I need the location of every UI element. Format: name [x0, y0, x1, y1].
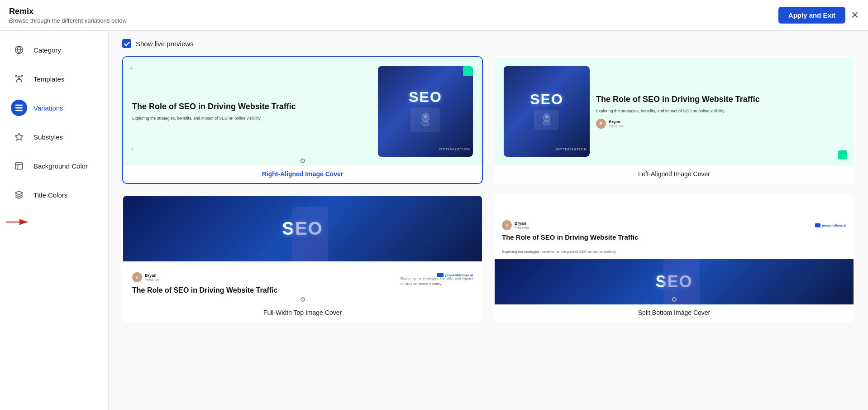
sidebar-item-substyles-label: Substyles: [33, 133, 63, 141]
svg-rect-16: [544, 121, 550, 125]
seo-image-bg: SEO: [378, 66, 473, 157]
sidebar-item-templates[interactable]: Templates: [0, 64, 108, 93]
show-live-previews-checkbox[interactable]: [122, 39, 131, 48]
sidebar-item-variations[interactable]: Variations: [0, 93, 108, 122]
svg-point-3: [15, 75, 17, 77]
close-button[interactable]: ✕: [851, 10, 859, 20]
svg-rect-9: [16, 163, 23, 169]
preview4-title: The Role of SEO in Driving Website Traff…: [502, 233, 846, 242]
logo-icon-4: [815, 223, 820, 227]
preview4-top: B Bryan Presenter presentations.ai: [495, 196, 854, 249]
sidebar-item-templates-label: Templates: [33, 75, 64, 83]
sidebar-item-title-colors[interactable]: Title Colors: [0, 180, 108, 209]
preview2-subtitle: Exploring the strategies, benefits, and …: [596, 108, 844, 115]
header-left: Remix Browse through the different varia…: [9, 7, 127, 24]
arrow-indicator: [0, 209, 108, 235]
sidebar: Category Templates Variations Substyles: [0, 31, 109, 410]
preview1-title: The Role of SEO in Driving Website Traff…: [132, 101, 373, 112]
svg-point-17: [545, 115, 548, 118]
card-label-right-aligned: Right-Aligned Image Cover: [123, 166, 482, 183]
preview4-text-area: B Bryan Presenter presentations.ai: [495, 196, 854, 249]
preview3-subtitle: Exploring the strategies, benefits, and …: [401, 276, 473, 287]
card-preview-split-bottom: B Bryan Presenter presentations.ai: [495, 196, 854, 304]
templates-icon: [11, 71, 27, 87]
title-colors-icon: [11, 187, 27, 203]
app-subtitle: Browse through the different variations …: [9, 17, 127, 24]
preview3-title: The Role of SEO in Driving Website Traff…: [132, 286, 473, 295]
preview2-title: The Role of SEO in Driving Website Traff…: [596, 94, 844, 105]
sidebar-item-background-color[interactable]: Background Color: [0, 151, 108, 180]
seo-image-bg-2: SEO: [504, 66, 590, 157]
substyles-icon: [11, 129, 27, 145]
preview3-image: SEO: [123, 196, 482, 261]
dot-indicator: [300, 159, 305, 163]
svg-point-14: [424, 115, 427, 118]
sidebar-item-background-color-label: Background Color: [33, 162, 88, 170]
presenter-avatar-2: B: [596, 119, 606, 129]
card-label-full-top: Full-Width Top Image Cover: [123, 304, 482, 322]
background-color-icon: [11, 158, 27, 174]
sidebar-item-title-colors-label: Title Colors: [33, 191, 67, 199]
sidebar-item-category[interactable]: Category: [0, 35, 108, 64]
presenter-info-2: Bryan Presenter: [609, 120, 624, 128]
card-left-aligned[interactable]: SEO OPTIMIZATION: [494, 56, 854, 184]
preview4-subtitle: Exploring the strategies, benefits, and …: [495, 249, 854, 259]
sidebar-item-category-label: Category: [33, 46, 61, 54]
card-label-left-aligned: Left-Aligned Image Cover: [495, 166, 854, 183]
logo-badge-4: presentations.ai: [815, 223, 846, 227]
app-title: Remix: [9, 7, 127, 16]
live-preview-label: Show live previews: [136, 40, 194, 48]
sidebar-item-substyles[interactable]: Substyles: [0, 122, 108, 151]
preview1-subtitle: Exploring the strategies, benefits, and …: [132, 116, 373, 122]
presenter-name-4: Bryan: [515, 221, 529, 226]
green-accent-square: [463, 66, 473, 76]
green-accent-square-2: [838, 150, 847, 159]
category-icon: [11, 42, 27, 58]
svg-rect-6: [16, 107, 23, 108]
card-preview-right-aligned: + + The Role of SEO in Driving Website T…: [123, 57, 482, 166]
hand-overlay-3: [292, 207, 328, 261]
optimization-text: OPTIMIZATION: [439, 147, 470, 151]
presenter-avatar-4: B: [502, 220, 512, 230]
header-actions: Apply and Exit ✕: [778, 7, 859, 24]
apply-exit-button[interactable]: Apply and Exit: [778, 7, 845, 24]
presenter-row-3: B Bryan Presenter: [132, 272, 160, 282]
card-right-aligned[interactable]: + + The Role of SEO in Driving Website T…: [122, 56, 483, 184]
preview2-text: The Role of SEO in Driving Website Traff…: [596, 66, 844, 157]
optimization-text-2: OPTIMIZATION: [556, 147, 587, 151]
sidebar-item-variations-label: Variations: [33, 104, 63, 112]
svg-point-4: [21, 75, 22, 77]
presenter-role-2: Presenter: [609, 124, 624, 128]
card-preview-left-aligned: SEO OPTIMIZATION: [495, 57, 854, 166]
preview1-text: The Role of SEO in Driving Website Traff…: [132, 66, 373, 157]
plus-mark-2: +: [130, 145, 134, 152]
card-preview-full-top: SEO B Bryan Presenter: [123, 196, 482, 304]
presenter-name-3: Bryan: [145, 273, 160, 278]
hand-overlay-4: [663, 259, 700, 304]
svg-marker-8: [15, 133, 23, 140]
card-split-bottom[interactable]: B Bryan Presenter presentations.ai: [494, 195, 854, 323]
presenter-name-2: Bryan: [609, 120, 624, 124]
cards-grid: + + The Role of SEO in Driving Website T…: [122, 56, 854, 323]
seo-label-2: SEO: [530, 91, 563, 108]
presenter-avatar-3: B: [132, 272, 142, 282]
card-full-top[interactable]: SEO B Bryan Presenter: [122, 195, 483, 323]
svg-rect-7: [16, 110, 23, 111]
logo-text-4: presentations.ai: [822, 224, 846, 227]
presenter-info-3: Bryan Presenter: [145, 273, 160, 282]
variations-icon: [11, 100, 27, 116]
svg-point-2: [18, 76, 20, 78]
card-label-split-bottom: Split Bottom Image Cover: [495, 304, 854, 322]
presenter-info-4: Bryan Presenter: [515, 221, 529, 230]
preview2-image: SEO OPTIMIZATION: [504, 66, 590, 157]
seo-label: SEO: [409, 89, 442, 106]
header: Remix Browse through the different varia…: [0, 0, 868, 31]
plus-mark-1: +: [129, 64, 133, 72]
presenter-role-3: Presenter: [145, 278, 160, 282]
svg-rect-5: [16, 105, 23, 106]
dot-indicator-3: [300, 297, 305, 302]
main-content: Show live previews + + The Role of SEO i…: [109, 31, 868, 410]
presenter-role-4: Presenter: [515, 226, 529, 230]
presenter-row-2: B Bryan Presenter: [596, 119, 844, 129]
live-preview-bar: Show live previews: [122, 39, 854, 48]
